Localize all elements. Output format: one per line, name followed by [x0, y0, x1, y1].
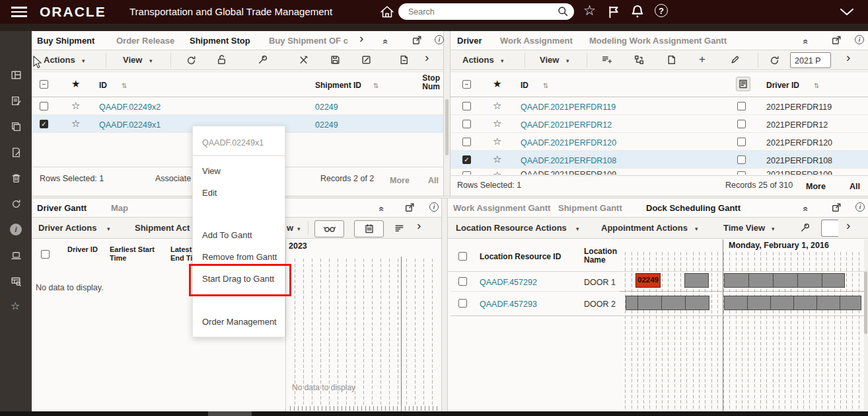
assignment-structure-button[interactable] [633, 54, 645, 65]
driver-id-link[interactable]: QAADF.2021PERFDR109 [521, 170, 616, 175]
more-link[interactable]: More [806, 182, 826, 191]
column-header-location-resource-id[interactable]: Location Resource ID [480, 253, 561, 261]
collapse-panel-icon[interactable]: » [802, 36, 807, 48]
tab-dock-scheduling-gantt[interactable]: Dock Scheduling Gantt [646, 203, 741, 213]
row-checkbox[interactable] [462, 102, 471, 110]
gantt-bar-segment[interactable] [840, 296, 861, 310]
column-header-id[interactable]: ID [99, 81, 107, 90]
driver-id-link[interactable]: QAADF.2021PERFDR108 [521, 156, 616, 165]
refresh-button[interactable] [186, 55, 197, 66]
help-icon[interactable]: ? [655, 4, 668, 17]
view-menu-button[interactable]: View [123, 55, 142, 65]
gantt-filter-input[interactable]: 2021 P [790, 52, 831, 68]
row-checkbox[interactable] [458, 299, 467, 308]
expand-window-icon[interactable] [412, 34, 423, 46]
all-link[interactable]: All [428, 176, 439, 185]
gantt-bar-segment[interactable] [747, 296, 771, 310]
favorite-column-icon[interactable]: ★ [493, 79, 501, 89]
sort-icon[interactable]: ⇅ [373, 82, 379, 89]
tab-shipment-stop[interactable]: Shipment Stop [190, 36, 250, 46]
legend-list-button[interactable] [394, 223, 405, 234]
clipped-input[interactable] [821, 220, 838, 237]
all-link[interactable]: All [850, 182, 860, 191]
vertical-splitter-bottom[interactable] [441, 198, 448, 411]
table-row[interactable] [32, 97, 443, 115]
gantt-bar-segment[interactable] [816, 296, 840, 310]
flag-icon[interactable] [607, 5, 620, 19]
refresh-button[interactable] [769, 55, 780, 66]
location-resource-link[interactable]: QAADF.457293 [480, 300, 537, 309]
panel-info-icon[interactable]: i [855, 35, 864, 44]
pencil-edit-button[interactable] [729, 54, 741, 65]
glasses-view-button[interactable] [314, 220, 344, 237]
driver-id-link[interactable]: QAADF.2021PERFDR12 [521, 120, 612, 130]
tab-driver[interactable]: Driver [457, 36, 482, 46]
select-all-checkbox[interactable] [458, 252, 467, 261]
driver-id-link[interactable]: QAADF.2021PERFDR120 [521, 138, 616, 147]
expand-window-icon[interactable] [831, 202, 842, 213]
select-all-checkbox[interactable]: − [40, 80, 48, 89]
gantt-bar-segment[interactable] [797, 273, 822, 288]
panel-info-icon[interactable]: i [429, 202, 439, 212]
schedule-board-button[interactable] [354, 220, 384, 237]
wrench-button[interactable] [799, 222, 811, 233]
gantt-bar-selected[interactable]: 02249 [635, 273, 661, 288]
table-search-icon[interactable] [11, 276, 22, 287]
column-header-shipment-id[interactable]: Shipment ID [315, 81, 361, 90]
menu-item-view[interactable]: View [202, 166, 221, 176]
tab-map[interactable]: Map [111, 203, 128, 213]
row-flag-checkbox[interactable] [737, 171, 746, 175]
row-favorite-icon[interactable]: ☆ [493, 170, 501, 175]
gantt-bar-segment[interactable] [748, 273, 774, 288]
search-box[interactable] [398, 3, 574, 20]
home-icon[interactable] [379, 5, 395, 19]
wrench-button[interactable] [257, 54, 268, 65]
document-actions-button[interactable] [398, 54, 410, 65]
row-checkbox-checked[interactable]: ✓ [40, 120, 48, 128]
add-button[interactable]: + [699, 53, 705, 66]
gantt-bar-segment[interactable] [822, 273, 845, 288]
location-resource-actions-menu-button[interactable]: Location Resource Actions [456, 223, 567, 233]
gantt-bar-segment[interactable] [684, 273, 709, 288]
new-document-icon[interactable] [11, 147, 22, 158]
row-favorite-icon[interactable]: ☆ [493, 154, 501, 164]
sort-icon[interactable]: ⇅ [814, 82, 819, 89]
edit-document-icon[interactable] [11, 95, 22, 106]
expand-window-icon[interactable] [404, 202, 416, 213]
more-link[interactable]: More [390, 176, 410, 185]
sort-icon[interactable]: ⇅ [543, 82, 548, 89]
collapse-panel-icon[interactable]: » [802, 203, 807, 215]
table-row-clipped[interactable]: ☆ QAADF.2021PERFDR109 2021PERFDR109 [451, 169, 868, 175]
row-favorite-icon[interactable]: ☆ [71, 101, 80, 110]
column-header-driver-id[interactable]: Driver ID [67, 245, 98, 254]
tab-modeling-work-assignment-gantt[interactable]: Modeling Work Assignment Gantt [589, 36, 727, 46]
row-flag-checkbox[interactable] [737, 120, 746, 128]
actions-menu-button[interactable]: Actions [44, 55, 75, 65]
shipment-id-link[interactable]: QAADF.02249x1 [99, 120, 161, 130]
info-icon[interactable]: i [10, 224, 22, 235]
gantt-bar-segment[interactable] [637, 296, 662, 310]
tab-order-release[interactable]: Order Release [116, 36, 174, 46]
time-view-menu-button[interactable]: Time View [723, 223, 765, 233]
gantt-bar-segment[interactable] [661, 296, 686, 310]
favorite-column-icon[interactable]: ★ [71, 79, 80, 89]
row-flag-checkbox[interactable] [737, 102, 746, 110]
shipment-ref-link[interactable]: 02249 [315, 103, 338, 112]
toolbar-overflow-chevron-icon[interactable]: › [846, 53, 850, 62]
select-all-checkbox[interactable] [41, 250, 50, 259]
unlock-button[interactable] [216, 54, 227, 65]
select-all-checkbox[interactable]: − [462, 80, 471, 89]
tab-buy-shipment-of[interactable]: Buy Shipment OF c [269, 36, 356, 46]
copy-icon[interactable] [11, 121, 22, 132]
row-checkbox[interactable] [462, 138, 471, 146]
collapse-panel-icon[interactable]: » [378, 203, 383, 215]
new-document-button[interactable] [666, 54, 677, 65]
menu-item-remove-from-gantt[interactable]: Remove from Gantt [202, 252, 277, 262]
column-header-driver-id[interactable]: Driver ID [766, 81, 799, 90]
row-flag-checkbox[interactable] [737, 155, 746, 164]
row-flag-checkbox[interactable] [737, 138, 746, 146]
edit-button[interactable] [361, 54, 372, 65]
driver-id-link[interactable]: QAADF.2021PERFDR119 [521, 103, 616, 112]
dock-gantt-scrollbar-thumb[interactable] [864, 271, 867, 334]
column-header-earliest-start[interactable]: Earliest Start Time [110, 245, 157, 263]
